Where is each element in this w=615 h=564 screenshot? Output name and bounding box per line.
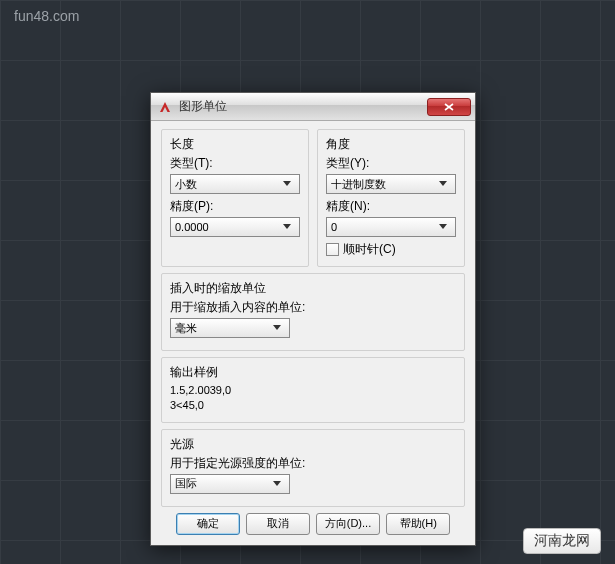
- angle-type-value: 十进制度数: [331, 177, 435, 192]
- insertion-scale-group: 插入时的缩放单位 用于缩放插入内容的单位: 毫米: [161, 273, 465, 351]
- close-icon: [444, 103, 454, 111]
- angle-precision-combo[interactable]: 0: [326, 217, 456, 237]
- chevron-down-icon: [269, 475, 285, 493]
- dialog-content: 长度 类型(T): 小数 精度(P): 0.0000 角度 类型(Y): 十进制…: [151, 121, 475, 545]
- chevron-down-icon: [269, 319, 285, 337]
- clockwise-checkbox-row: 顺时针(C): [326, 241, 456, 258]
- angle-precision-value: 0: [331, 221, 435, 233]
- length-type-label: 类型(T):: [170, 155, 300, 172]
- angle-group-label: 角度: [326, 136, 456, 153]
- angle-type-label: 类型(Y):: [326, 155, 456, 172]
- close-button[interactable]: [427, 98, 471, 116]
- chevron-down-icon: [279, 218, 295, 236]
- watermark-text: fun48.com: [14, 8, 79, 24]
- sample-group-label: 输出样例: [170, 364, 456, 381]
- drawing-units-dialog: 图形单位 长度 类型(T): 小数 精度(P): 0.0000 角度: [150, 92, 476, 546]
- insertion-group-label: 插入时的缩放单位: [170, 280, 456, 297]
- clockwise-checkbox[interactable]: [326, 243, 339, 256]
- lighting-desc: 用于指定光源强度的单位:: [170, 455, 456, 472]
- cancel-button[interactable]: 取消: [246, 513, 310, 535]
- sample-line-2: 3<45,0: [170, 398, 456, 413]
- chevron-down-icon: [279, 175, 295, 193]
- angle-precision-label: 精度(N):: [326, 198, 456, 215]
- sample-line-1: 1.5,2.0039,0: [170, 383, 456, 398]
- length-type-combo[interactable]: 小数: [170, 174, 300, 194]
- titlebar: 图形单位: [151, 93, 475, 121]
- angle-type-combo[interactable]: 十进制度数: [326, 174, 456, 194]
- angle-group: 角度 类型(Y): 十进制度数 精度(N): 0 顺时针(C): [317, 129, 465, 267]
- sample-output-group: 输出样例 1.5,2.0039,0 3<45,0: [161, 357, 465, 423]
- lighting-units-value: 国际: [175, 476, 269, 491]
- length-precision-value: 0.0000: [175, 221, 279, 233]
- length-type-value: 小数: [175, 177, 279, 192]
- chevron-down-icon: [435, 175, 451, 193]
- length-group: 长度 类型(T): 小数 精度(P): 0.0000: [161, 129, 309, 267]
- lighting-units-combo[interactable]: 国际: [170, 474, 290, 494]
- length-group-label: 长度: [170, 136, 300, 153]
- direction-button[interactable]: 方向(D)...: [316, 513, 380, 535]
- clockwise-label: 顺时针(C): [343, 241, 396, 258]
- insertion-units-combo[interactable]: 毫米: [170, 318, 290, 338]
- button-row: 确定 取消 方向(D)... 帮助(H): [161, 513, 465, 535]
- length-precision-combo[interactable]: 0.0000: [170, 217, 300, 237]
- lighting-group: 光源 用于指定光源强度的单位: 国际: [161, 429, 465, 507]
- site-badge: 河南龙网: [523, 528, 601, 554]
- ok-button[interactable]: 确定: [176, 513, 240, 535]
- lighting-group-label: 光源: [170, 436, 456, 453]
- autocad-icon: [157, 99, 173, 115]
- chevron-down-icon: [435, 218, 451, 236]
- dialog-title: 图形单位: [179, 98, 427, 115]
- help-button[interactable]: 帮助(H): [386, 513, 450, 535]
- length-precision-label: 精度(P):: [170, 198, 300, 215]
- insertion-units-value: 毫米: [175, 321, 269, 336]
- insertion-desc: 用于缩放插入内容的单位:: [170, 299, 456, 316]
